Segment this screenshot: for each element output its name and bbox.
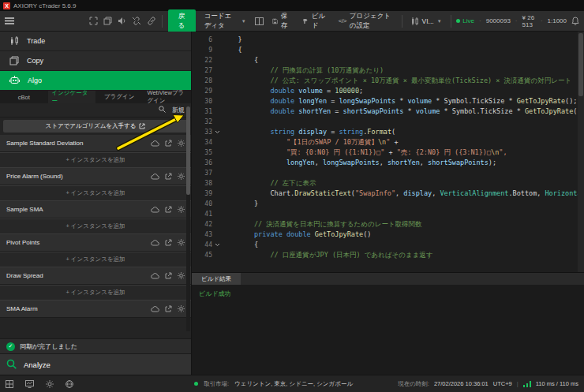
indicator-row[interactable]: Sample Standard Deviation (0, 135, 191, 152)
code-text (222, 209, 584, 219)
cloud-icon (151, 207, 159, 213)
indicator-row-icons[interactable] (151, 206, 185, 213)
bell-icon[interactable] (571, 16, 579, 27)
speaker-icon[interactable] (118, 16, 126, 27)
code-line[interactable]: 32 (192, 117, 584, 127)
fold-gutter (212, 219, 222, 230)
code-line[interactable]: 31 double shortYen = shortSwapPoints * v… (192, 106, 584, 117)
code-line[interactable]: 35 "買: {0:N0} 円 ({1:N1})□" + "売: {2:N0} … (192, 147, 584, 158)
fold-chevron-icon[interactable] (212, 240, 222, 250)
sidebar-scrollbar[interactable] (186, 106, 190, 331)
split-view-icon[interactable] (255, 16, 264, 27)
store-button[interactable]: ストアでアルゴリズムを入手する (3, 120, 188, 133)
indicator-row[interactable]: Sample SMA (0, 201, 191, 218)
cloud-icon (151, 273, 159, 279)
toolbar-divider (162, 15, 163, 28)
code-line[interactable]: 40 } (192, 199, 584, 209)
sidebar-item-copy[interactable]: Copy (0, 51, 191, 71)
code-line[interactable]: 42 // 決済通貨を日本円に換算するためのレート取得関数 (192, 219, 584, 230)
sidebar-item-trade[interactable]: Trade (0, 32, 191, 51)
build-panel: ビルド結果 ビルド成功 (192, 272, 584, 375)
code-line[interactable]: 9 { (192, 45, 584, 55)
line-number: 32 (192, 117, 212, 127)
build-panel-tabs: ビルド結果 (192, 273, 584, 285)
line-number: 33 (192, 127, 212, 137)
indicator-row[interactable]: Pivot Points (0, 234, 191, 252)
sidebar-item-label: Algo (28, 77, 42, 84)
code-line[interactable]: 38 // 左下に表示 (192, 178, 584, 189)
code-line[interactable]: 34 "【1日のSWAP / 10万通貨】\n" + (192, 137, 584, 147)
live-status[interactable]: Live (456, 17, 474, 24)
code-editor[interactable]: 6 }9 {22 {27 // 円換算の計算 (10万通貨あたり)28 // 公… (192, 32, 584, 272)
line-number: 29 (192, 86, 212, 96)
save-button[interactable]: 保存 (269, 9, 294, 33)
code-line[interactable]: 45 // 口座通貨がJPY (日本円) であればそのまま返す (192, 250, 584, 260)
add-instance-button[interactable]: + インスタンスを追加 (0, 218, 191, 234)
indicator-row[interactable]: Price Alarm (Sound) (0, 168, 191, 185)
code-text: Chart.DrawStaticText("SwapInfo", display… (222, 189, 584, 199)
line-number: 28 (192, 76, 212, 86)
tab-build-result[interactable]: ビルド結果 (192, 273, 241, 285)
tab-cbot[interactable]: cBot (0, 91, 48, 103)
indicator-row[interactable]: SMA Alarm (0, 301, 191, 318)
sync-status: ✓ 同期が完了しました (0, 338, 191, 353)
code-text: { (222, 55, 584, 65)
code-line[interactable]: 39 Chart.DrawStaticText("SwapInfo", disp… (192, 189, 584, 199)
add-instance-button[interactable]: + インスタンスを追加 (0, 185, 191, 201)
search-icon[interactable] (159, 106, 166, 114)
gear-icon[interactable] (46, 380, 54, 388)
code-line[interactable]: 44 { (192, 240, 584, 250)
editor-mode-dropdown[interactable]: コードエディタ ▼ (201, 9, 249, 33)
project-settings-button[interactable]: </> プロジェクトの設定 (335, 9, 396, 33)
code-text (222, 117, 584, 127)
code-line[interactable]: 22 { (192, 55, 584, 65)
sidebar-item-analyze[interactable]: Analyze (0, 353, 191, 375)
link-off-icon[interactable] (132, 16, 141, 27)
code-line[interactable]: 33 string display = string.Format( (192, 127, 584, 137)
grid-icon[interactable] (6, 380, 13, 388)
indicator-row-icons[interactable] (151, 272, 185, 279)
tab-plugins[interactable]: プラグイン (95, 91, 144, 103)
back-button[interactable]: 戻る (168, 9, 196, 33)
code-line[interactable]: 30 double longYen = longSwapPoints * vol… (192, 96, 584, 106)
code-line[interactable]: 27 // 円換算の計算 (10万通貨あたり) (192, 65, 584, 76)
code-line[interactable]: 43 private double GetToJpyRate() (192, 230, 584, 240)
window-title: AXIORY cTrader 5.6.9 (13, 2, 76, 9)
layers-icon[interactable] (103, 16, 112, 27)
indicator-row-icons[interactable] (151, 305, 185, 312)
code-text: double shortYen = shortSwapPoints * volu… (222, 106, 584, 117)
add-instance-button[interactable]: + インスタンスを追加 (0, 152, 191, 168)
line-number: 6 (192, 35, 212, 45)
code-line[interactable]: 29 double volume = 100000; (192, 86, 584, 96)
code-line[interactable]: 37 (192, 168, 584, 178)
indicator-name: SMA Alarm (6, 305, 38, 312)
globe-icon[interactable] (66, 380, 73, 388)
code-line[interactable]: 36 longYen, longSwapPoints, shortYen, sh… (192, 158, 584, 168)
tab-webview-plugins[interactable]: WebViewプラグイン (144, 91, 192, 103)
build-button[interactable]: ビルド (299, 9, 330, 33)
indicator-row-icons[interactable] (151, 173, 185, 180)
editor-scrollbar[interactable] (578, 32, 584, 272)
indicator-row-icons[interactable] (151, 239, 185, 246)
add-instance-button[interactable]: + インスタンスを追加 (0, 252, 191, 267)
timezone-value[interactable]: UTC+9 (493, 380, 512, 387)
code-line[interactable]: 41 (192, 209, 584, 219)
fold-chevron-icon[interactable] (212, 127, 222, 137)
chart-monitor-icon[interactable] (25, 380, 34, 388)
crop-icon[interactable] (89, 16, 98, 27)
code-text: string display = string.Format( (222, 127, 584, 137)
link-icon[interactable] (147, 16, 156, 27)
add-instance-button[interactable]: + インスタンスを追加 (0, 285, 191, 301)
sidebar-item-label: Analyze (24, 360, 51, 369)
sidebar-item-algo[interactable]: Algo (0, 71, 191, 91)
indicator-row[interactable]: Draw Spread (0, 267, 191, 285)
chevron-down-icon: ▼ (437, 19, 442, 24)
symbol-dropdown[interactable]: VI... ▼ (408, 15, 445, 28)
code-line[interactable]: 28 // 公式: スワップポイント × 10万通貨 × 最小変動単位(Tick… (192, 76, 584, 86)
indicator-row-icons[interactable] (151, 140, 185, 147)
new-algo-button[interactable]: 新規 (172, 106, 185, 114)
tab-indicators[interactable]: インジケーター (48, 91, 96, 103)
line-number: 42 (192, 219, 212, 230)
code-line[interactable]: 6 } (192, 35, 584, 45)
hamburger-menu-icon[interactable] (5, 16, 14, 27)
